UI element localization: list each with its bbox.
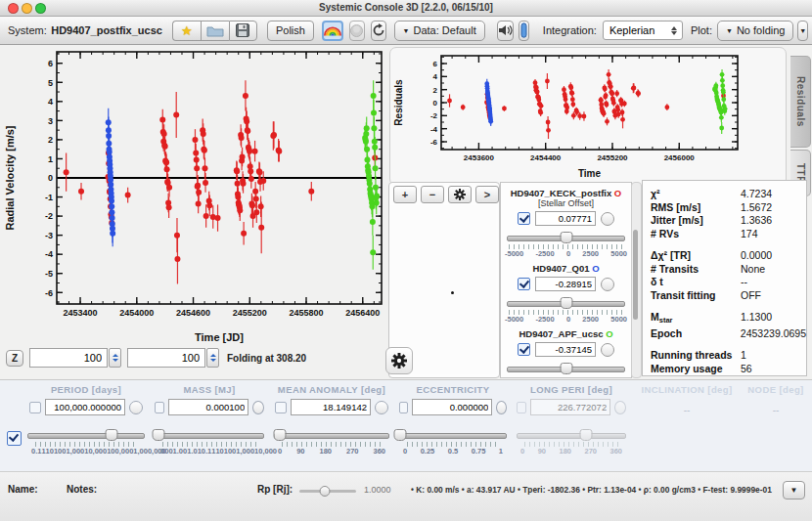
param-minimize-radio[interactable]: [496, 401, 507, 414]
params-panel: PERIOD [days] 0.11101001,00010,000100,00…: [0, 379, 812, 472]
stat-row: χ²4.7234: [651, 188, 806, 201]
param-checkbox[interactable]: [155, 402, 164, 413]
integration-label: Integration:: [543, 24, 597, 36]
offset-minimize-radio[interactable]: [601, 212, 614, 226]
offset-value-field[interactable]: [535, 211, 596, 226]
folding-label: Folding at 308.20: [227, 353, 306, 364]
plot-settings-button[interactable]: [385, 347, 413, 374]
param-minimize-radio[interactable]: [614, 401, 626, 414]
notes-label: Notes:: [67, 484, 97, 495]
refresh-button[interactable]: [371, 21, 386, 41]
dataset-checkbox[interactable]: [518, 343, 530, 356]
slider-thumb[interactable]: [153, 429, 165, 441]
slider-thumb[interactable]: [560, 363, 572, 374]
save-button[interactable]: [229, 21, 257, 41]
param-value-field[interactable]: [530, 399, 610, 415]
offsets-scrollbar[interactable]: [631, 182, 642, 378]
planet-menu-button[interactable]: ▼: [783, 481, 805, 499]
fold-start-stepper[interactable]: [109, 348, 121, 368]
favorite-button[interactable]: ★: [172, 21, 201, 41]
offset-minimize-radio[interactable]: [601, 343, 614, 357]
floppy-icon: [236, 23, 249, 37]
dropdown-arrow-icon: ▼: [790, 486, 798, 495]
slider-thumb[interactable]: [394, 429, 407, 441]
param-checkbox[interactable]: [275, 402, 287, 413]
close-window-icon[interactable]: [8, 3, 19, 14]
gear-icon: [391, 353, 407, 369]
planet-row-checkbox[interactable]: [7, 431, 22, 446]
offset-value-field[interactable]: [535, 277, 596, 291]
param-column-mean-anomaly: MEAN ANOMALY [deg] 090180270360: [274, 380, 389, 456]
param-slider[interactable]: [399, 429, 507, 441]
scrollbar-thumb[interactable]: [633, 230, 638, 320]
folding-row: Z Folding at 308.20: [0, 344, 411, 377]
param-value-field[interactable]: [45, 399, 125, 415]
offset-minimize-radio[interactable]: [601, 278, 614, 291]
dataset-checkbox[interactable]: [518, 278, 530, 290]
zoom-in-button[interactable]: +: [393, 186, 417, 203]
speaker-icon: [498, 24, 513, 36]
slider-thumb[interactable]: [273, 429, 286, 441]
slider-thumb[interactable]: [320, 486, 331, 497]
param-value-field[interactable]: [291, 399, 371, 415]
stat-row: Jitter [m/s]1.3636: [651, 214, 806, 228]
fold-start-spinner[interactable]: [29, 348, 108, 368]
stop-button[interactable]: [349, 21, 365, 41]
stats-panel: χ²4.7234 RMS [m/s]1.5672 Jitter [m/s]1.3…: [642, 180, 807, 376]
fold-end-stepper[interactable]: [206, 348, 219, 368]
polish-button[interactable]: Polish: [267, 21, 314, 41]
folder-icon: [206, 24, 224, 37]
offset-slider[interactable]: [507, 297, 625, 309]
svg-text:2454600: 2454600: [176, 308, 210, 318]
fold-end-spinner[interactable]: [127, 348, 205, 368]
slider-thumb[interactable]: [560, 232, 572, 243]
plot-folding-dropdown[interactable]: ▼ No folding: [717, 21, 793, 41]
integration-select[interactable]: Keplerian: [603, 21, 683, 40]
svg-text:-6: -6: [430, 138, 438, 147]
slider-thumb[interactable]: [579, 429, 592, 441]
param-column-node: NODE [deg] --: [742, 380, 810, 415]
marker-size-button[interactable]: [519, 21, 529, 41]
param-minimize-radio[interactable]: [375, 401, 388, 414]
param-slider[interactable]: [27, 429, 145, 441]
param-value-field[interactable]: [412, 399, 492, 415]
slider-scale: 090180270360: [278, 447, 385, 456]
gear-icon: [454, 189, 466, 200]
tab-residuals[interactable]: Residuals: [790, 56, 811, 148]
zoom-out-button[interactable]: −: [421, 186, 444, 203]
param-minimize-radio[interactable]: [129, 401, 143, 414]
svg-text:-5: -5: [45, 269, 53, 279]
play-forward-button[interactable]: >: [475, 186, 499, 203]
param-checkbox[interactable]: [399, 402, 408, 413]
param-slider[interactable]: [517, 429, 626, 441]
param-checkbox[interactable]: [517, 402, 526, 413]
param-header: ECCENTRICITY: [399, 384, 507, 395]
slider-thumb[interactable]: [560, 297, 572, 309]
svg-text:2: 2: [48, 135, 53, 145]
data-dropdown[interactable]: ▼ Data: Default: [394, 21, 485, 41]
param-slider[interactable]: [274, 429, 389, 441]
zoom-window-icon[interactable]: [35, 3, 46, 14]
param-slider[interactable]: [155, 429, 264, 441]
svg-text:4: 4: [433, 72, 438, 81]
slider-thumb[interactable]: [106, 429, 118, 441]
plot-more-button[interactable]: ▼: [797, 21, 808, 41]
color-mode-button[interactable]: [322, 21, 343, 41]
svg-text:2453400: 2453400: [64, 308, 98, 318]
svg-text:-4: -4: [45, 249, 53, 259]
window-titlebar: Systemic Console 3D [2.2.0, 06/15/10]: [0, 0, 812, 17]
minimize-window-icon[interactable]: [22, 3, 32, 14]
zoom-z-button[interactable]: Z: [6, 350, 23, 367]
rp-slider[interactable]: [299, 487, 356, 497]
orbit-settings-button[interactable]: [448, 186, 472, 203]
offset-slider[interactable]: [507, 232, 625, 243]
param-value-field[interactable]: [168, 399, 248, 415]
offset-slider[interactable]: [507, 363, 625, 374]
sound-button[interactable]: [497, 21, 514, 41]
open-button[interactable]: [201, 21, 229, 41]
svg-text:2455200: 2455200: [233, 308, 267, 318]
dataset-checkbox[interactable]: [518, 212, 530, 225]
param-checkbox[interactable]: [29, 402, 41, 413]
param-minimize-radio[interactable]: [252, 401, 264, 414]
offset-value-field[interactable]: [535, 342, 596, 357]
